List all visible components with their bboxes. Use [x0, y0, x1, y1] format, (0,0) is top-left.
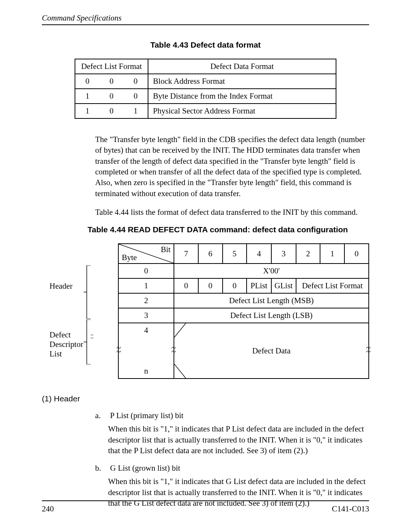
- byte-num: 0: [118, 264, 174, 278]
- t44-cell: Defect List Length (MSB): [174, 293, 369, 308]
- byte-num: 3: [118, 308, 174, 323]
- descriptor-label: Defect Descriptor List: [49, 330, 88, 359]
- t43-cell: 0: [75, 74, 100, 89]
- bit-col: 6: [198, 244, 223, 264]
- table-row: n: [118, 364, 369, 379]
- t43-cell: 0: [100, 89, 124, 104]
- section-heading: (1) Header: [42, 394, 369, 403]
- header-label: Header: [49, 281, 73, 291]
- document-id: C141-C013: [332, 504, 369, 514]
- bit-col: 7: [174, 244, 198, 264]
- bracket-icon: [84, 320, 94, 364]
- bit-col: 0: [344, 244, 369, 264]
- item-title: P List (primary list) bit: [110, 411, 183, 420]
- t43-cell: Byte Distance from the Index Format: [148, 89, 336, 104]
- byte-num: 1: [118, 278, 174, 293]
- page-number: 240: [42, 504, 54, 514]
- table-row: ~~ ~~ Defect Data ~~: [118, 337, 369, 364]
- byte-num: n: [118, 364, 174, 379]
- table-row: 2 Defect List Length (MSB): [118, 293, 369, 308]
- svg-line-2: [174, 364, 186, 378]
- table-row: 0 0 0 Block Address Format: [75, 74, 336, 89]
- bit-label: Bit: [161, 245, 170, 254]
- bit-col: 1: [320, 244, 344, 264]
- tilde-icon: ~~: [366, 346, 371, 353]
- page-header: Command Specifications: [42, 13, 369, 25]
- t44-cell: 0: [198, 278, 223, 293]
- t43-head-right: Defect Data Format: [148, 59, 336, 74]
- t43-cell: Block Address Format: [148, 74, 336, 89]
- bracket-icon: [84, 265, 94, 319]
- byte-label: Byte: [122, 253, 137, 262]
- t43-cell: 1: [123, 104, 148, 118]
- bit-col: 3: [271, 244, 296, 264]
- t44-cell: [174, 323, 369, 337]
- t44-cell: Defect List Length (LSB): [174, 308, 369, 323]
- item-title: G List (grown list) bit: [110, 463, 180, 473]
- table-4-44: Bit Byte 7 6 5 4 3 2 1 0 0 X'00' 1 0 0 0: [118, 243, 369, 379]
- byte-bit-header: Bit Byte: [118, 244, 174, 264]
- table-row: 1 0 0 0 PList GList Defect List Format: [118, 278, 369, 293]
- t43-cell: 0: [123, 89, 148, 104]
- table-4-43-title: Table 4.43 Defect data format: [42, 40, 369, 50]
- bit-col: 5: [223, 244, 247, 264]
- page-footer: 240 C141-C013: [42, 500, 369, 514]
- header-section-title: Command Specifications: [42, 13, 121, 23]
- t44-cell: Defect List Format: [296, 278, 369, 293]
- t44-cell: Defect Data ~~: [174, 337, 369, 364]
- t43-cell: Physical Sector Address Format: [148, 104, 336, 118]
- item-letter: b.: [95, 463, 108, 473]
- tilde-icon: ~~: [91, 334, 94, 340]
- item-letter: a.: [95, 411, 108, 420]
- table-4-43: Defect List Format Defect Data Format 0 …: [75, 59, 336, 119]
- t43-cell: 0: [100, 104, 124, 118]
- byte-num: ~~ ~~: [118, 337, 174, 364]
- t43-cell: 1: [75, 104, 100, 118]
- table-row: 1 0 0 Byte Distance from the Index Forma…: [75, 89, 336, 104]
- t44-cell: [174, 364, 369, 379]
- t43-cell: 0: [100, 74, 124, 89]
- paragraph: Table 4.44 lists the format of defect da…: [95, 207, 369, 217]
- item-body: When this bit is "1," it indicates that …: [108, 423, 369, 456]
- t44-cell: GList: [271, 278, 296, 293]
- svg-line-1: [174, 323, 186, 337]
- byte-num: 4: [118, 323, 174, 337]
- bit-col: 4: [247, 244, 271, 264]
- paragraph: The "Transfer byte length" field in the …: [95, 134, 369, 199]
- defect-data-label: Defect Data: [252, 346, 291, 355]
- table-row: 4: [118, 323, 369, 337]
- t43-head-left: Defect List Format: [75, 59, 148, 74]
- tilde-icon: ~~: [116, 346, 121, 353]
- t44-cell: X'00': [174, 264, 369, 278]
- t44-cell: 0: [174, 278, 198, 293]
- table-row: 1 0 1 Physical Sector Address Format: [75, 104, 336, 118]
- byte-num: 2: [118, 293, 174, 308]
- t44-cell: 0: [223, 278, 247, 293]
- table-row: 3 Defect List Length (LSB): [118, 308, 369, 323]
- bit-col: 2: [296, 244, 320, 264]
- t43-cell: 1: [75, 89, 100, 104]
- t44-cell: PList: [247, 278, 271, 293]
- table-4-44-title: Table 4.44 READ DEFECT DATA command: def…: [65, 225, 369, 234]
- list-item: b. G List (grown list) bit: [95, 463, 369, 473]
- t43-cell: 0: [123, 74, 148, 89]
- list-item: a. P List (primary list) bit: [95, 411, 369, 420]
- table-row: 0 X'00': [118, 264, 369, 278]
